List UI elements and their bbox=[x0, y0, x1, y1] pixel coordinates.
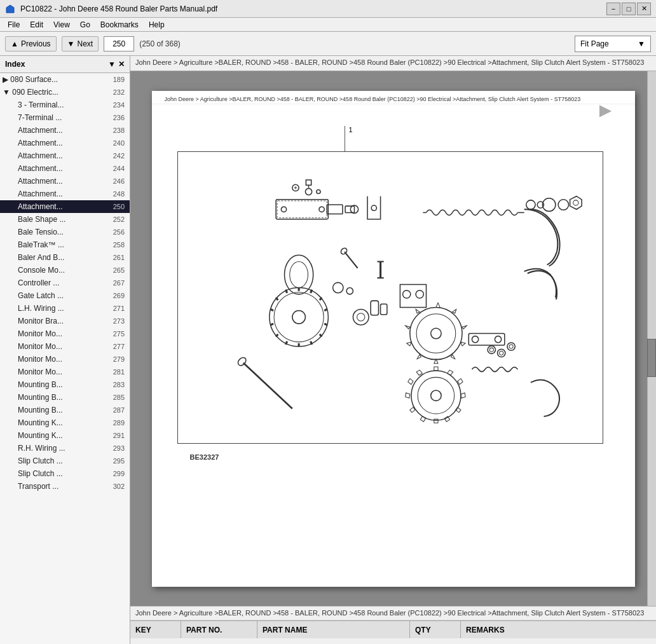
sidebar-item-label: Mounting B... bbox=[18, 393, 100, 402]
previous-icon: ▲ bbox=[11, 39, 18, 48]
sidebar-item-page: 252 bbox=[107, 216, 125, 223]
sidebar-item[interactable]: Mounting K...289 bbox=[0, 416, 130, 429]
sidebar-item[interactable]: Attachment...250 bbox=[0, 200, 130, 213]
sidebar-item[interactable]: 3 - Terminal...234 bbox=[0, 99, 130, 111]
sidebar-item[interactable]: Mounting K...291 bbox=[0, 429, 130, 442]
sidebar-item-page: 295 bbox=[107, 457, 125, 465]
sidebar-item[interactable]: Monitor Mo...277 bbox=[0, 340, 130, 353]
sidebar-item[interactable]: L.H. Wiring ...271 bbox=[0, 302, 130, 315]
sidebar-item[interactable]: Gate Latch ...269 bbox=[0, 289, 130, 302]
sidebar-header: Index ▼ ✕ bbox=[0, 56, 130, 73]
page-input[interactable] bbox=[104, 36, 134, 51]
sidebar-item[interactable]: Slip Clutch ...295 bbox=[0, 455, 130, 467]
sidebar-item-label: Mounting B... bbox=[18, 406, 100, 414]
sidebar-item[interactable]: Mounting B...287 bbox=[0, 404, 130, 416]
sidebar-item-page: 240 bbox=[107, 139, 125, 147]
sidebar-item[interactable]: Bale Shape ...252 bbox=[0, 213, 130, 226]
sidebar-item-label: Attachment... bbox=[18, 189, 100, 198]
sidebar-item-label: Controller ... bbox=[18, 278, 100, 287]
sidebar-item[interactable]: Monitor Bra...273 bbox=[0, 315, 130, 327]
sidebar-item-label: Attachment... bbox=[18, 202, 100, 211]
sidebar-item-label: Slip Clutch ... bbox=[18, 456, 100, 465]
menu-edit[interactable]: Edit bbox=[25, 19, 48, 31]
menu-view[interactable]: View bbox=[48, 19, 75, 31]
menu-file[interactable]: File bbox=[3, 19, 25, 31]
sidebar-item-label: Monitor Mo... bbox=[18, 367, 100, 376]
sidebar-item-label: Baler And B... bbox=[18, 253, 100, 262]
fit-mode-dropdown-icon: ▼ bbox=[638, 39, 645, 48]
sidebar-item-label: Bale Tensio... bbox=[18, 228, 100, 236]
sidebar-item-page: 234 bbox=[107, 101, 125, 109]
part-number-label: BE32327 bbox=[190, 453, 219, 461]
svg-line-28 bbox=[310, 289, 311, 292]
sidebar-item-page: 232 bbox=[107, 88, 125, 96]
svg-line-35 bbox=[285, 341, 287, 344]
sidebar-item[interactable]: Monitor Mo...279 bbox=[0, 353, 130, 366]
sidebar-item[interactable]: Attachment...244 bbox=[0, 162, 130, 175]
sidebar-item[interactable]: Mounting B...285 bbox=[0, 391, 130, 404]
minimize-button[interactable]: − bbox=[606, 3, 620, 15]
menu-bookmarks[interactable]: Bookmarks bbox=[95, 19, 144, 31]
sidebar-item-page: 283 bbox=[107, 381, 125, 388]
svg-line-38 bbox=[270, 309, 273, 310]
sidebar-item-label: L.H. Wiring ... bbox=[18, 304, 100, 313]
sidebar-item[interactable]: Transport ...302 bbox=[0, 480, 130, 493]
previous-label: Previous bbox=[21, 39, 51, 48]
content-area: John Deere > Agriculture >BALER, ROUND >… bbox=[130, 56, 656, 644]
sidebar-item[interactable]: Attachment...238 bbox=[0, 124, 130, 137]
menu-help[interactable]: Help bbox=[144, 19, 170, 31]
sidebar-item[interactable]: ▶ 080 Surface...189 bbox=[0, 73, 130, 86]
svg-line-31 bbox=[324, 324, 327, 325]
bottom-breadcrumb: John Deere > Agriculture >BALER, ROUND >… bbox=[130, 606, 656, 620]
sidebar-item[interactable]: Monitor Mo...281 bbox=[0, 366, 130, 378]
diagram-box bbox=[177, 151, 603, 444]
sidebar-item-label: ▼ 090 Electric... bbox=[3, 88, 85, 97]
sidebar-item-label: Mounting K... bbox=[18, 418, 100, 427]
sidebar-item-label: Monitor Mo... bbox=[18, 355, 100, 364]
sidebar-item[interactable]: Slip Clutch ...299 bbox=[0, 467, 130, 480]
sidebar-title: Index bbox=[5, 60, 25, 69]
sidebar-item[interactable]: R.H. Wiring ...293 bbox=[0, 442, 130, 455]
app-icon bbox=[5, 4, 15, 14]
sidebar-close-icon[interactable]: ✕ bbox=[118, 60, 125, 69]
vertical-scrollbar[interactable] bbox=[647, 71, 656, 606]
sidebar-expand-icon[interactable]: ▼ bbox=[108, 60, 116, 69]
sidebar-item-page: 265 bbox=[107, 266, 125, 274]
col-part-no: PART NO. bbox=[181, 621, 257, 638]
close-button[interactable]: ✕ bbox=[637, 3, 651, 15]
next-page-arrow[interactable]: ► bbox=[596, 99, 616, 122]
sidebar-item[interactable]: Attachment...242 bbox=[0, 149, 130, 162]
sidebar-item[interactable]: ▼ 090 Electric...232 bbox=[0, 86, 130, 99]
breadcrumb-text: John Deere > Agriculture >BALER, ROUND >… bbox=[135, 58, 644, 66]
previous-button[interactable]: ▲ Previous bbox=[5, 36, 57, 51]
sidebar-item[interactable]: Console Mo...265 bbox=[0, 264, 130, 277]
sidebar-item-page: 258 bbox=[107, 241, 125, 249]
page-view[interactable]: John Deere > Agriculture >BALER, ROUND >… bbox=[130, 71, 656, 606]
sidebar-item-label: Attachment... bbox=[18, 151, 100, 160]
sidebar-item[interactable]: Attachment...246 bbox=[0, 175, 130, 188]
next-button[interactable]: ▼ Next bbox=[62, 36, 99, 51]
sidebar-item-label: BaleTrak™ ... bbox=[18, 240, 100, 249]
sidebar-item-page: 189 bbox=[107, 76, 125, 83]
fit-mode-select[interactable]: Fit Page ▼ bbox=[575, 36, 651, 52]
menu-go[interactable]: Go bbox=[75, 19, 95, 31]
sidebar-item-label: Monitor Mo... bbox=[18, 329, 100, 338]
bottom-breadcrumb-text: John Deere > Agriculture >BALER, ROUND >… bbox=[135, 609, 644, 617]
sidebar-item[interactable]: BaleTrak™ ...258 bbox=[0, 238, 130, 251]
main-layout: Index ▼ ✕ ▶ 080 Surface...189▼ 090 Elect… bbox=[0, 56, 656, 644]
maximize-button[interactable]: □ bbox=[622, 3, 636, 15]
sidebar-item-label: Gate Latch ... bbox=[18, 291, 100, 300]
scrollbar-thumb[interactable] bbox=[647, 339, 656, 377]
sidebar-item-label: Monitor Bra... bbox=[18, 317, 100, 325]
sidebar-item[interactable]: Attachment...240 bbox=[0, 137, 130, 149]
sidebar-item-label: Monitor Mo... bbox=[18, 342, 100, 351]
sidebar-item-page: 273 bbox=[107, 317, 125, 325]
sidebar-item[interactable]: Controller ...267 bbox=[0, 277, 130, 289]
sidebar-item-page: 289 bbox=[107, 419, 125, 427]
sidebar-item[interactable]: Baler And B...261 bbox=[0, 251, 130, 264]
sidebar-item[interactable]: Attachment...248 bbox=[0, 188, 130, 200]
sidebar-item[interactable]: Monitor Mo...275 bbox=[0, 327, 130, 340]
sidebar-item[interactable]: 7-Terminal ...236 bbox=[0, 111, 130, 124]
sidebar-item[interactable]: Mounting B...283 bbox=[0, 378, 130, 391]
sidebar-item[interactable]: Bale Tensio...256 bbox=[0, 226, 130, 238]
